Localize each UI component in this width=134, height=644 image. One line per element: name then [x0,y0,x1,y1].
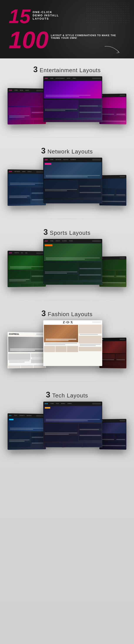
arrow-decoration [104,44,121,55]
hero-15-line2: DEMO INSTALL [33,14,59,17]
network-section: 3Network Layouts ZOX NETWORK NEWS WORLD [0,140,134,216]
sports-header-center: ZOX HOME SPORTS SCORES TEAMS [43,239,102,243]
fashion-screens: ZOXPRESS. [4,322,130,370]
screen-header-right: ZOX [99,94,126,97]
tech-title: 3Tech Layouts [4,390,130,400]
network-title: 3Network Layouts [4,146,130,156]
mock-search-right [120,94,125,96]
divider-4 [9,381,125,382]
network-screens: ZOX NETWORK NEWS WORLD [4,160,130,208]
ent-content-left [8,92,46,124]
network-header-right: ZOX [99,175,126,178]
number-15: 15 [9,6,30,26]
entertainment-label: Entertainment Layouts [40,67,101,74]
screen-header: ZOX HOME NEWS SPORT [8,88,46,92]
hero-section: 15 ONE-CLICK DEMO INSTALL LAYOUTS 100 LA… [0,0,134,58]
net-content-right [99,178,126,206]
ent-content-center [43,80,102,122]
fashion-header-right: ZOX [99,338,126,341]
page-wrapper: 15 ONE-CLICK DEMO INSTALL LAYOUTS 100 LA… [0,0,134,644]
network-screen-left: ZOX NETWORK NEWS WORLD [8,170,46,206]
network-label: Network Layouts [47,148,93,155]
fashion-reflection [11,370,123,375]
network-count: 3 [41,146,46,155]
tech-content-right [99,422,126,450]
sports-title: 3Sports Layouts [4,228,130,237]
tech-count: 3 [46,390,50,399]
hero-15-line3: LAYOUTS [33,17,59,20]
sports-screen-center: ZOX HOME SPORTS SCORES TEAMS [43,239,102,285]
hero-dots-decoration [86,2,130,24]
sports-screens: ZOX SPORTS NFL NBA [4,241,130,289]
entertainment-screen-right: ZOX [99,94,126,124]
tech-content-center [43,406,102,447]
sport-content-left [8,255,46,287]
tech-label: Tech Layouts [52,392,88,399]
sports-header-right: ZOX [99,256,126,260]
sports-count: 3 [43,228,48,236]
tech-screen-center: zox HOME TECH MOBILE GAMING [43,402,102,447]
sports-header-left: ZOX SPORTS NFL NBA [8,251,46,255]
mock-search-center [92,78,101,79]
zox-logo-fashion-center: Z·O·X [45,320,91,324]
hero-15-text: ONE-CLICK DEMO INSTALL LAYOUTS [33,10,59,20]
divider-1 [9,137,125,138]
fashion-screen-center: Z·O·X [43,320,102,366]
hero-100-text: LAYOUT & STYLE COMBINATIONS TO MAKE THE … [51,34,125,39]
bottom-padding [4,456,130,465]
fashion-content-left [8,336,46,368]
zox-logo-net-center: ZOX [45,159,47,161]
network-header-center: ZOX HOME NETWORK POLITICS BUSINESS [43,158,102,162]
network-screen-right: ZOX [99,175,126,206]
net-content-left [8,173,46,206]
zoxpress-logo: ZOXPRESS. [9,333,19,335]
screen-header-center: ZOX HOME ENTERTAINMENT MUSIC VIDEO [43,76,102,80]
tech-screen-left: zox TECH GADGETS REVIEWS [8,413,46,450]
fashion-label: Fashion Layouts [48,311,93,318]
sports-label: Sports Layouts [50,230,91,236]
tech-section: 3Tech Layouts zox TECH GADGETS REVIEWS [0,384,134,469]
sports-screen-left: ZOX SPORTS NFL NBA [8,251,46,287]
tech-header-left: zox TECH GADGETS REVIEWS [8,413,46,418]
sports-screen-right: ZOX [99,256,126,287]
network-reflection [11,208,123,212]
fashion-header-center: Z·O·X [43,320,102,324]
sports-section: 3Sports Layouts ZOX SPORTS NFL NBA [0,221,134,298]
network-screen-center: ZOX HOME NETWORK POLITICS BUSINESS [43,158,102,204]
entertainment-screen-left: ZOX HOME NEWS SPORT [8,88,46,124]
fashion-content-center [43,324,102,366]
sport-content-right [99,260,126,287]
mock-search-net-center [92,159,101,160]
entertainment-title: 3Entertainment Layouts [4,65,130,74]
hero-15-line1: ONE-CLICK [33,10,59,14]
divider-3 [9,300,125,300]
fashion-header-left: ZOXPRESS. [8,332,46,336]
tech-header-center: zox HOME TECH MOBILE GAMING [43,402,102,406]
fashion-screen-left: ZOXPRESS. [8,332,46,368]
entertainment-count: 3 [33,65,38,74]
zox-logo-net-left: ZOX [9,170,12,172]
entertainment-screens: ZOX HOME NEWS SPORT [4,78,130,126]
zox-logo-sport-center: ZOX [45,240,47,242]
entertainment-screen-center: ZOX HOME ENTERTAINMENT MUSIC VIDEO [43,76,102,122]
tech-content-left [8,417,46,450]
number-100: 100 [9,28,49,52]
tech-reflection [11,452,123,456]
network-header-left: ZOX NETWORK NEWS WORLD [8,170,46,174]
sport-content-center [43,243,102,285]
tech-screen-right: zox [99,419,126,450]
zox-logo-sport-left: ZOX [9,252,12,254]
zox-logo-left: ZOX [9,89,12,91]
sports-reflection [11,289,123,294]
zox-logo-tech-center: zox [45,402,48,405]
ent-content-right [99,97,126,124]
divider-2 [9,219,125,219]
fashion-count: 3 [42,309,46,318]
entertainment-reflection [11,126,123,131]
fashion-section: 3Fashion Layouts ZOXPRESS. [0,302,134,379]
fashion-title: 3Fashion Layouts [4,309,130,318]
tech-screens: zox TECH GADGETS REVIEWS [4,404,130,452]
entertainment-section: 3Entertainment Layouts ZOX HOME NEWS SPO… [0,58,134,135]
hero-100-line1: LAYOUT & STYLE COMBINATIONS TO MAKE THE … [51,34,125,39]
zox-logo-tech-left: zox [9,415,11,416]
